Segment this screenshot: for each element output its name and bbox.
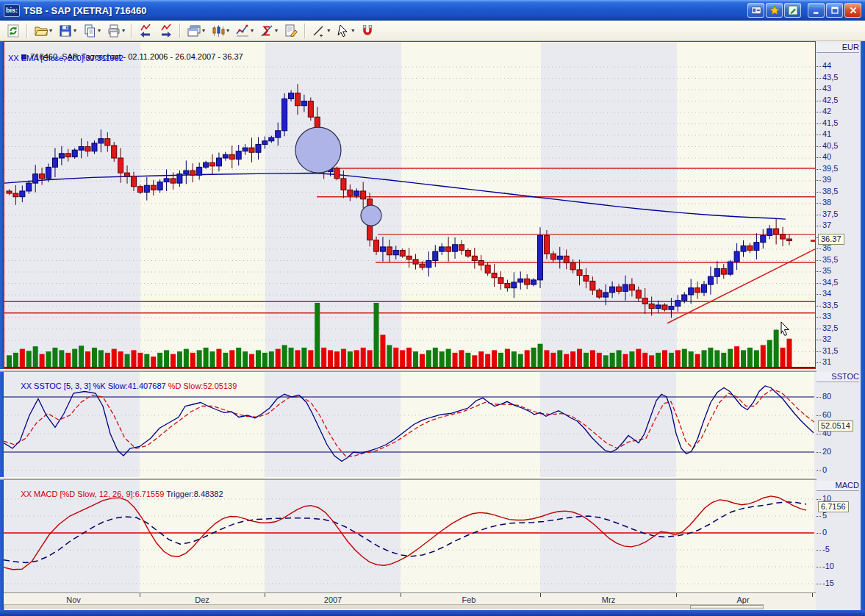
month-tick-mark [265,593,265,597]
time-axis: NovDez2007FebMrzApr [4,592,816,610]
previous-chart-button[interactable] [136,22,155,40]
min-icon [811,4,822,16]
dropdown-arrow-icon[interactable]: ▾ [202,27,205,34]
panel-icon [750,4,762,16]
properties-button[interactable] [281,22,301,40]
printer-icon [107,24,121,38]
line-icon [312,24,326,38]
save-button[interactable]: ▾ [56,22,79,40]
dropdown-arrow-icon[interactable]: ▾ [98,27,101,34]
axis-tick-label: 60 [822,410,831,419]
macd-value-badge: 6.7156 [818,501,849,512]
dropdown-arrow-icon[interactable]: ▾ [275,27,278,34]
dropdown-arrow-icon[interactable]: ▾ [122,27,125,34]
axis-tick-label: 33,5 [822,301,838,309]
axis-tick-label: 43 [822,84,831,93]
refresh-icon [6,24,21,38]
axis-tick-label: 37 [822,221,831,229]
folder-icon [34,24,49,38]
ema-legend: XX EMA [Close, 200]:37.311992 [8,54,123,62]
chart-next-icon [159,24,173,38]
axis-tick-mark [816,329,821,329]
window-icon [187,24,201,38]
axis-tick-mark [816,533,821,534]
chart-type-button[interactable]: ▾ [209,22,231,40]
axis-tick-mark [816,112,821,112]
bars-icon [211,24,226,38]
axis-tick-label: 38,5 [822,187,838,196]
minimize-button[interactable] [808,3,825,18]
indicators-button[interactable]: ▾ [233,22,256,40]
horizontal-scrollbar[interactable] [4,604,764,610]
sstoc-panel[interactable]: XX SSTOC [5, 3, 3] %K Slow:41.407687 %D … [4,372,816,477]
axis-tick-label: 32 [822,334,831,343]
maximize-button[interactable] [826,3,843,18]
month-tick-mark [401,593,401,597]
month-label: Nov [66,595,81,604]
dropdown-arrow-icon[interactable]: ▾ [49,27,52,34]
open-button[interactable]: ▾ [32,22,54,40]
indicator-icon [235,24,250,38]
titlebar-buttons [746,3,861,18]
close-button[interactable] [844,3,861,18]
axis-tick-mark [816,203,821,204]
draw-line-button[interactable]: ▾ [309,22,332,40]
axis-tick-mark [816,215,821,215]
copy-button[interactable]: ▾ [80,22,103,40]
dropdown-arrow-icon[interactable]: ▾ [73,27,76,34]
macd-axis-title: MACD [816,481,859,491]
toolbar-separator [131,24,132,38]
application-window: bis: TSB - SAP [XETRA] 716460 ▾▾▾▾▾▾▾▾▾▾… [0,0,865,616]
axis-tick-mark [816,499,821,500]
functions-button[interactable]: ▾ [257,22,280,40]
macd-panel[interactable]: XX MACD [%D Slow, 12, 26, 9]:6.71559 Tri… [4,480,816,592]
axis-tick-label: 33 [822,312,831,320]
chart-layout-button[interactable]: ▾ [184,22,207,40]
axis-tick-mark [816,362,821,363]
axis-tick-mark [816,340,821,340]
axis-tick-label: 20 [822,447,831,456]
last-price-badge: 36.37 [818,234,844,245]
macd-label: XX MACD [%D Slow, 12, 26, 9]:6.71559 [21,490,164,498]
toolbar: ▾▾▾▾▾▾▾▾▾▾ [0,21,865,41]
axis-tick-mark [816,351,821,352]
axis-tick-mark [816,180,821,181]
axis-tick-mark [816,567,821,567]
scrollbar-thumb[interactable] [690,605,764,609]
axis-tick-label: -10 [822,562,834,570]
axis-tick-mark [816,434,821,434]
axis-tick-label: 34 [822,289,831,298]
axis-tick-mark [816,452,821,453]
dropdown-arrow-icon[interactable]: ▾ [226,27,229,34]
axis-tick-mark [816,248,821,249]
main-chart-panel[interactable]: 716460 SAP, Tageschart - 02.11.2006 - 26… [4,41,816,369]
axis-tick-mark [816,157,821,158]
next-chart-button[interactable] [157,22,176,40]
print-button[interactable]: ▾ [104,22,127,40]
pointer-button[interactable]: ▾ [334,22,356,40]
last-price-tick [811,240,815,242]
axis-tick-label: 42,5 [822,96,838,104]
dropdown-arrow-icon[interactable]: ▾ [251,27,254,34]
axis-tick-mark [816,470,821,471]
dropdown-arrow-icon[interactable]: ▾ [351,27,354,34]
month-label: Mrz [602,595,615,604]
axis-tick-label: 0 [822,465,827,474]
refresh-chart-button[interactable] [4,22,23,40]
app-icon: bis: [4,4,20,17]
axis-tick-mark [816,260,821,261]
favorites-button[interactable] [766,3,783,18]
edit-button[interactable] [784,3,801,18]
panel-toggle-button[interactable] [747,3,764,18]
dropdown-arrow-icon[interactable]: ▾ [327,27,330,34]
axis-tick-label: 80 [822,392,831,401]
toolbar-separator [179,24,181,38]
month-tick-mark [140,593,140,597]
axis-tick-mark [816,584,821,584]
sstoc-legend: XX SSTOC [5, 3, 3] %K Slow:41.407687 %D … [7,373,237,399]
title-bar[interactable]: bis: TSB - SAP [XETRA] 716460 [0,0,865,21]
max-icon [829,4,841,16]
axis-tick-label: 40,5 [822,141,838,150]
month-label: Apr [736,595,749,604]
magnet-button[interactable] [358,22,377,40]
